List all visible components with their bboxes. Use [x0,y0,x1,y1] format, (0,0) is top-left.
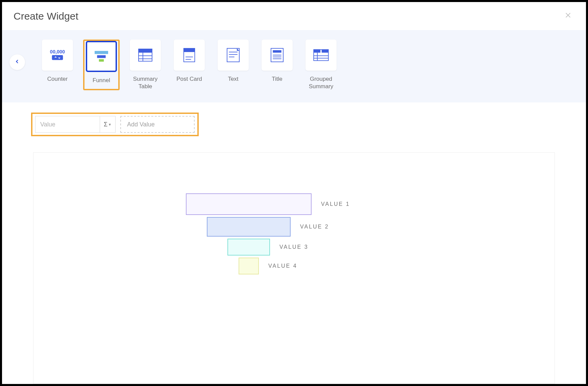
widget-option-title[interactable]: Title [259,40,295,90]
svg-rect-29 [314,50,320,53]
widget-option-summary-table[interactable]: Summary Table [127,40,164,90]
svg-rect-6 [95,51,108,54]
counter-icon: 00,000 [42,40,73,71]
text-icon [218,40,249,71]
widget-preview-panel: VALUE 1 VALUE 2 VALUE 3 VALUE 4 [33,152,555,384]
funnel-row: VALUE 4 [239,258,316,274]
widget-option-counter[interactable]: 00,000 Counter [39,40,76,90]
prev-button[interactable] [9,54,25,70]
grouped-summary-icon [305,40,337,71]
funnel-preview: VALUE 1 VALUE 2 VALUE 3 VALUE 4 [0,193,555,274]
funnel-bar-2 [207,217,291,237]
svg-text:00,000: 00,000 [50,49,65,54]
widget-option-post-card[interactable]: Post Card [171,40,207,90]
svg-rect-24 [273,50,281,53]
summary-table-icon [130,40,161,71]
widget-option-funnel[interactable]: Funnel [83,40,120,90]
widget-label: Title [272,75,283,83]
add-value-button[interactable]: Add Value [120,116,195,133]
modal-header: Create Widget [2,2,586,30]
close-icon [564,11,572,21]
value-field-group: Σ ▼ [35,116,116,133]
widget-options: 00,000 Counter Funnel [39,40,339,90]
widget-label: Text [228,75,238,83]
modal-title: Create Widget [14,10,78,22]
widget-label: Grouped Summary [303,75,339,90]
widget-type-strip: 00,000 Counter Funnel [2,30,586,102]
value-input[interactable] [35,116,100,132]
widget-option-grouped-summary[interactable]: Grouped Summary [303,40,339,90]
svg-rect-30 [322,50,328,53]
funnel-label: VALUE 3 [279,244,327,250]
svg-rect-10 [139,49,152,53]
funnel-row: VALUE 1 [186,193,368,215]
widget-option-text[interactable]: Text [215,40,251,90]
funnel-bar-4 [239,258,259,274]
widget-label: Summary Table [127,75,164,90]
funnel-label: VALUE 4 [268,263,316,269]
svg-marker-19 [237,48,239,51]
caret-down-icon: ▼ [108,123,112,126]
svg-rect-8 [99,59,104,62]
funnel-row: VALUE 3 [227,239,327,256]
sigma-icon: Σ [104,121,107,128]
funnel-bar-1 [186,193,312,215]
modal-frame: Create Widget 00,000 [0,0,588,386]
widget-label: Funnel [93,77,110,84]
aggregation-dropdown[interactable]: Σ ▼ [100,116,115,132]
funnel-label: VALUE 2 [300,224,347,230]
title-icon [262,40,293,71]
svg-rect-7 [97,55,105,58]
widget-label: Post Card [176,75,202,83]
add-value-label: Add Value [127,121,155,128]
svg-rect-15 [184,48,195,52]
post-card-icon [174,40,205,71]
funnel-label: VALUE 1 [321,201,368,207]
funnel-row: VALUE 2 [207,217,347,237]
svg-rect-3 [52,55,63,60]
funnel-bar-3 [227,239,270,256]
chevron-left-icon [15,59,20,66]
close-button[interactable] [562,9,574,23]
value-config-row: Σ ▼ Add Value [31,113,199,136]
widget-label: Counter [47,75,68,83]
funnel-icon [86,41,117,72]
